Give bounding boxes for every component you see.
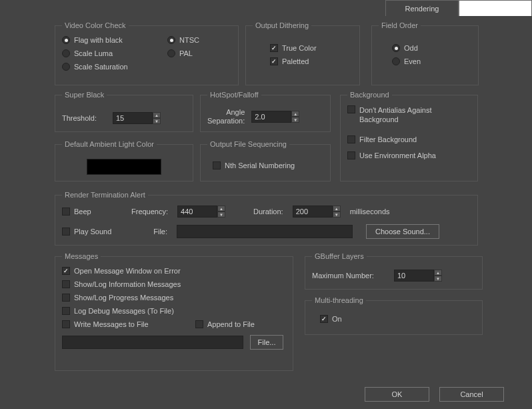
checkbox-paletted[interactable]: Paletted [270,57,353,65]
spin-up-icon[interactable]: ▲ [217,206,225,212]
ambient-color-swatch[interactable] [87,159,161,175]
legend-output-file-seq: Output File Sequencing [207,140,289,148]
spin-up-icon[interactable]: ▲ [291,111,299,117]
checkbox-dont-antialias[interactable]: Don't Antialias Against Background [347,105,471,125]
radio-dot-icon [62,49,70,57]
group-messages: Messages Open Message Window on Error Sh… [55,252,293,371]
radio-odd[interactable]: Odd [392,44,471,52]
radio-dot-icon [62,36,70,44]
legend-hotspot: HotSpot/Falloff [207,91,261,99]
spin-down-icon[interactable]: ▼ [217,212,225,218]
messages-file-input[interactable] [62,336,243,349]
radio-ntsc[interactable]: NTSC [167,36,231,44]
threshold-spinner[interactable]: ▲▼ [113,112,161,124]
group-ambient-color: Default Ambient Light Color [55,140,193,181]
radio-even[interactable]: Even [392,57,471,65]
checkbox-beep[interactable]: Beep [62,208,122,216]
radio-flag-black[interactable]: Flag with black [62,36,167,44]
checkbox-open-on-error[interactable]: Open Message Window on Error [62,267,286,275]
check-icon [347,105,355,113]
threshold-input[interactable] [113,112,153,124]
spin-down-icon[interactable]: ▼ [333,212,341,218]
sound-file-input[interactable] [177,225,353,238]
gbuffer-input[interactable] [394,270,434,282]
checkbox-use-env-alpha[interactable]: Use Environment Alpha [347,151,471,159]
legend-messages: Messages [62,252,101,260]
check-icon [347,135,355,143]
duration-spinner[interactable]: ▲▼ [293,206,341,218]
gbuffer-max-label: Maximum Number: [312,272,374,280]
group-multithreading: Multi-threading On [305,296,483,335]
check-icon [270,44,278,52]
frequency-input[interactable] [177,206,217,218]
ok-button[interactable]: OK [365,387,429,402]
check-icon [347,151,355,159]
cancel-button[interactable]: Cancel [439,387,504,402]
legend-termination-alert: Render Termination Alert [62,191,148,199]
checkbox-show-info[interactable]: Show/Log Information Messages [62,280,286,288]
check-icon [62,267,70,275]
ms-label: milliseconds [350,208,390,216]
check-icon [62,307,70,315]
legend-multithreading: Multi-threading [312,296,366,304]
check-icon [270,57,278,65]
checkbox-nth-serial[interactable]: Nth Serial Numbering [207,155,323,169]
legend-ambient: Default Ambient Light Color [62,140,157,148]
spin-up-icon[interactable]: ▲ [434,270,442,276]
legend-super-black: Super Black [62,91,107,99]
checkbox-multithread-on[interactable]: On [312,311,475,323]
threshold-label: Threshold: [62,114,97,122]
radio-dot-icon [392,57,400,65]
group-gbuffer: GBuffer Layers Maximum Number: ▲▼ [305,252,483,290]
frequency-label: Frequency: [131,208,168,216]
group-field-order: Field Order Odd Even [371,21,479,85]
check-icon [62,280,70,288]
spin-down-icon[interactable]: ▼ [153,118,161,124]
check-icon [62,320,70,328]
spin-down-icon[interactable]: ▼ [434,276,442,282]
tab-rendering[interactable]: Rendering [385,0,459,16]
group-hotspot-falloff: HotSpot/Falloff Angle Separation: ▲▼ [200,91,331,132]
file-label: File: [131,228,167,236]
group-background: Background Don't Antialias Against Backg… [340,91,478,181]
group-super-black: Super Black Threshold: ▲▼ [55,91,193,132]
group-output-dithering: Output Dithering True Color Paletted [245,21,360,85]
spin-down-icon[interactable]: ▼ [291,117,299,123]
group-termination-alert: Render Termination Alert Beep Frequency:… [55,191,478,246]
frequency-spinner[interactable]: ▲▼ [177,206,225,218]
check-icon [62,208,70,216]
legend-background: Background [347,91,392,99]
tab-blank[interactable] [459,0,532,16]
choose-sound-button[interactable]: Choose Sound... [366,224,439,239]
checkbox-append-file[interactable]: Append to File [195,320,255,328]
checkbox-filter-background[interactable]: Filter Background [347,135,471,143]
radio-pal[interactable]: PAL [167,49,231,57]
messages-file-button[interactable]: File... [250,335,283,350]
check-icon [62,228,70,236]
angle-spinner[interactable]: ▲▼ [251,111,299,123]
check-icon [62,294,70,302]
checkbox-play-sound[interactable]: Play Sound [62,228,122,236]
checkbox-log-debug[interactable]: Log Debug Messages (To File) [62,307,286,315]
group-output-file-seq: Output File Sequencing Nth Serial Number… [200,140,331,181]
gbuffer-spinner[interactable]: ▲▼ [394,270,442,282]
checkbox-show-progress[interactable]: Show/Log Progress Messages [62,294,286,302]
tab-rendering-label: Rendering [405,5,439,13]
legend-video-color-check: Video Color Check [62,21,129,29]
legend-field-order: Field Order [379,21,421,29]
angle-input[interactable] [251,111,291,123]
spin-up-icon[interactable]: ▲ [153,112,161,118]
check-icon [320,315,328,323]
radio-dot-icon [167,49,175,57]
radio-scale-saturation[interactable]: Scale Saturation [62,63,167,71]
checkbox-write-file[interactable]: Write Messages to File [62,320,195,328]
legend-output-dithering: Output Dithering [253,21,311,29]
checkbox-true-color[interactable]: True Color [270,44,353,52]
radio-scale-luma[interactable]: Scale Luma [62,49,167,57]
duration-label: Duration: [253,208,283,216]
check-icon [195,320,203,328]
duration-input[interactable] [293,206,333,218]
legend-gbuffer: GBuffer Layers [312,252,367,260]
spin-up-icon[interactable]: ▲ [333,206,341,212]
group-video-color-check: Video Color Check Flag with black Scale … [55,21,239,85]
